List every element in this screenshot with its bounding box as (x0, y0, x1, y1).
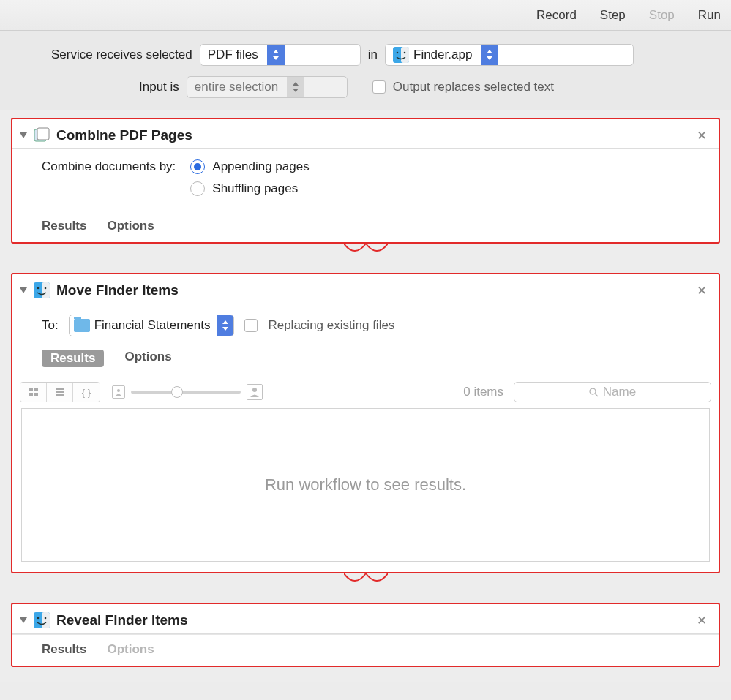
action-title: Combine PDF Pages (56, 127, 192, 143)
action-connector (11, 572, 720, 588)
braces-view-button[interactable]: { } (73, 383, 100, 402)
thumbnail-size-slider (112, 384, 263, 400)
combine-by-label: Combine documents by: (42, 159, 176, 174)
workflow-canvas: Combine PDF Pages ✕ Combine documents by… (0, 110, 731, 682)
person-small-icon (112, 385, 125, 399)
input-type-value: PDF files (208, 48, 267, 62)
items-count: 0 items (463, 385, 503, 399)
svg-rect-14 (56, 388, 64, 390)
app-value: Finder.app (413, 48, 481, 62)
search-icon (589, 388, 599, 397)
in-label: in (368, 48, 378, 62)
step-button[interactable]: Step (600, 8, 626, 23)
close-icon[interactable]: ✕ (694, 283, 710, 298)
pdf-action-icon (33, 127, 50, 144)
inputis-select: entire selection (187, 76, 348, 98)
disclosure-triangle-icon[interactable] (20, 617, 27, 623)
person-large-icon (247, 384, 263, 400)
svg-rect-10 (29, 388, 33, 391)
svg-rect-12 (29, 393, 33, 396)
action-reveal-finder: Reveal Finder Items ✕ Results Options (11, 603, 720, 667)
action-connector (11, 242, 720, 258)
finder-icon (33, 611, 50, 629)
svg-rect-15 (56, 391, 64, 393)
radio-shuffle[interactable]: Shuffling pages (190, 181, 309, 196)
input-type-select[interactable]: PDF files (200, 44, 361, 66)
svg-point-17 (117, 389, 120, 392)
options-tab: Options (107, 642, 154, 657)
disclosure-triangle-icon[interactable] (20, 132, 27, 138)
radio-shuffle-label: Shuffling pages (212, 181, 298, 196)
options-tab[interactable]: Options (124, 350, 171, 367)
svg-line-20 (595, 394, 598, 396)
svg-point-24 (45, 617, 47, 620)
svg-rect-13 (34, 393, 38, 396)
action-move-finder: Move Finder Items ✕ To: Financial Statem… (11, 273, 720, 573)
radio-append[interactable]: Appending pages (190, 159, 309, 174)
disclosure-triangle-icon[interactable] (20, 287, 27, 293)
options-tab[interactable]: Options (107, 219, 154, 233)
svg-rect-1 (401, 47, 409, 63)
svg-rect-16 (56, 394, 64, 396)
close-icon[interactable]: ✕ (694, 613, 710, 628)
destination-folder-value: Financial Statements (94, 318, 218, 333)
inputis-label: Input is (139, 80, 179, 94)
svg-point-18 (252, 388, 257, 392)
service-config: Service receives selected PDF files in F… (0, 31, 731, 110)
record-button[interactable]: Record (536, 8, 577, 23)
action-title: Move Finder Items (56, 282, 179, 298)
to-label: To: (42, 318, 59, 333)
receives-label: Service receives selected (51, 48, 192, 62)
slider-track[interactable] (131, 391, 241, 394)
action-title: Reveal Finder Items (56, 612, 188, 628)
results-tab[interactable]: Results (42, 642, 86, 657)
results-tab[interactable]: Results (42, 219, 86, 233)
replace-checkbox[interactable] (244, 319, 258, 332)
finder-icon (393, 47, 409, 63)
chevron-updown-icon (217, 315, 233, 336)
svg-point-9 (45, 287, 47, 290)
slider-knob[interactable] (171, 386, 183, 398)
svg-point-3 (404, 52, 406, 54)
list-view-button[interactable] (47, 383, 73, 402)
search-placeholder: Name (603, 385, 636, 399)
results-tab[interactable]: Results (42, 350, 104, 367)
destination-folder-select[interactable]: Financial Statements (69, 315, 235, 336)
icon-view-button[interactable] (20, 383, 47, 402)
results-empty-state: Run workflow to see results. (21, 408, 710, 562)
svg-rect-22 (42, 612, 50, 628)
replace-label: Replacing existing files (268, 318, 394, 333)
finder-icon (33, 282, 50, 299)
svg-rect-7 (42, 282, 50, 298)
results-toolbar: { } 0 items Name (12, 376, 719, 408)
output-replace-checkbox (372, 80, 386, 94)
radio-append-label: Appending pages (212, 159, 309, 174)
svg-point-19 (590, 388, 596, 394)
inputis-value: entire selection (195, 80, 287, 94)
run-button[interactable]: Run (698, 8, 721, 23)
action-combine-pdf: Combine PDF Pages ✕ Combine documents by… (11, 118, 720, 244)
chevron-updown-icon (267, 45, 285, 65)
chevron-updown-icon (287, 77, 304, 97)
radio-icon (190, 181, 205, 196)
chevron-updown-icon (481, 45, 498, 65)
svg-rect-11 (34, 388, 38, 391)
svg-point-23 (37, 617, 40, 620)
close-icon[interactable]: ✕ (694, 128, 710, 143)
svg-point-8 (37, 287, 40, 290)
radio-icon (190, 159, 205, 174)
top-toolbar: Record Step Stop Run (0, 0, 731, 31)
empty-message: Run workflow to see results. (265, 475, 466, 494)
results-search[interactable]: Name (514, 382, 711, 402)
svg-rect-5 (37, 128, 49, 140)
folder-icon (74, 319, 90, 332)
app-select[interactable]: Finder.app (385, 44, 634, 66)
svg-point-2 (397, 52, 399, 54)
stop-button: Stop (649, 8, 675, 23)
view-mode-segment: { } (20, 382, 100, 402)
output-replace-label: Output replaces selected text (393, 80, 554, 94)
